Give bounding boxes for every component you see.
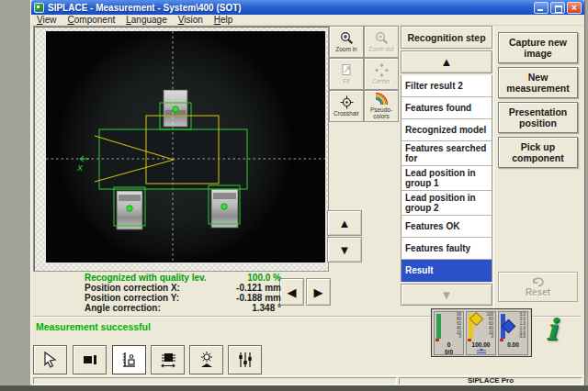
center-icon — [375, 63, 389, 77]
lighting-tool-button[interactable] — [189, 345, 223, 374]
list-item[interactable]: Recognized model — [401, 119, 492, 141]
list-item[interactable]: Lead position in group 1 — [401, 166, 492, 191]
correction-x-label: Position correction X: — [85, 283, 236, 293]
gauge-sub-value: 0/0 — [435, 349, 463, 355]
new-measurement-button[interactable]: New measurement — [498, 67, 578, 98]
gauge-count: 9980 6040 200 0 0/0 — [434, 311, 464, 355]
app-icon — [34, 3, 44, 13]
statusbar-product-label: SIPLACE Pro — [399, 377, 582, 385]
list-item[interactable]: Features faulty — [401, 238, 492, 260]
balance-icon — [467, 349, 495, 355]
menu-help[interactable]: Help — [209, 15, 239, 25]
zoom-out-icon — [375, 31, 389, 45]
quality-value: 100.0 % — [247, 273, 281, 283]
desktop-edge — [0, 385, 588, 391]
crosshair-button[interactable]: Crosshair — [329, 90, 364, 122]
pseudo-colors-button[interactable]: Pseudo-colors — [364, 90, 399, 122]
scroll-up-button[interactable]: ▲ — [327, 210, 362, 236]
sliders-icon — [236, 351, 254, 369]
measurement-tool-button[interactable] — [112, 345, 146, 374]
rainbow-icon — [374, 93, 389, 106]
angle-correction-value: 1.348 ° — [252, 303, 281, 313]
lighting-icon — [198, 351, 216, 369]
process-gauges: 9980 6040 200 0 0/0 10080 6040 200 100.0… — [431, 308, 532, 357]
step-previous-button[interactable]: ◀ — [279, 278, 304, 306]
list-item[interactable]: Filter result 2 — [401, 75, 492, 97]
list-scroll-down-button[interactable]: ▼ — [401, 284, 492, 306]
zoom-in-icon — [340, 31, 354, 45]
measurement-results: Recognized with quality lev. 100.0 % Pos… — [85, 273, 281, 313]
app-window: SIPLACE - Measurement - System\400 (SOT)… — [30, 0, 585, 385]
list-item[interactable]: Lead position in group 2 — [401, 191, 492, 216]
x-axis-label: X — [76, 163, 84, 173]
left-arrow-icon: ◀ — [288, 285, 297, 299]
window-title: SIPLACE - Measurement - System\400 (SOT) — [48, 3, 534, 13]
list-item-selected[interactable]: Result — [401, 260, 492, 282]
gauge-bar-green — [436, 314, 441, 339]
right-arrow-icon: ▶ — [314, 285, 323, 299]
status-message: Measurement successful — [36, 321, 151, 332]
recognition-step-list: Filter result 2 Features found Recognize… — [401, 75, 492, 282]
up-arrow-icon: ▲ — [339, 217, 351, 230]
quality-label: Recognized with quality lev. — [85, 273, 247, 283]
crosshair-icon — [340, 95, 354, 109]
list-scroll-up-button[interactable]: ▲ — [401, 50, 492, 73]
angle-correction-label: Angle correction: — [85, 303, 252, 313]
list-item[interactable]: Features searched for — [401, 141, 492, 166]
chip-dimension-icon — [159, 351, 177, 369]
menu-component[interactable]: Component — [62, 15, 121, 25]
correction-y-label: Position correction Y: — [85, 293, 236, 303]
pointer-tool-button[interactable] — [33, 345, 67, 374]
pick-up-component-button[interactable]: Pick up component — [498, 137, 578, 168]
restore-button[interactable] — [550, 2, 565, 14]
recognition-step-header: Recognition step — [401, 26, 492, 49]
presentation-position-button[interactable]: Presentation position — [498, 102, 578, 133]
up-arrow-icon: ▲ — [441, 55, 453, 69]
undo-icon — [531, 277, 546, 287]
gauge-angle: 5.03.0 1.0-1.0 -3.0-5.0 0.00 — [498, 311, 528, 355]
zoom-out-button[interactable]: Zoom out — [364, 26, 399, 58]
menu-language[interactable]: Language — [120, 15, 173, 25]
center-button[interactable]: Center — [364, 58, 399, 90]
capture-new-image-button[interactable]: Capture new image — [498, 32, 578, 63]
camera-image[interactable]: X — [46, 31, 325, 263]
zoom-in-button[interactable]: Zoom in — [329, 26, 364, 58]
minimize-button[interactable] — [534, 2, 548, 14]
correction-y-value: -0.188 mm — [236, 293, 281, 303]
fit-button[interactable]: Fit — [329, 58, 364, 90]
down-arrow-icon: ▼ — [441, 288, 453, 302]
component-view-tool-button[interactable] — [73, 345, 107, 374]
down-arrow-icon: ▼ — [339, 243, 351, 257]
scroll-down-button[interactable]: ▼ — [327, 237, 362, 263]
cursor-icon — [41, 351, 60, 369]
status-bar: SIPLACE Pro — [31, 375, 584, 385]
fit-icon — [340, 63, 354, 77]
list-item[interactable]: Features OK — [401, 216, 492, 238]
title-bar: SIPLACE - Measurement - System\400 (SOT)… — [31, 0, 584, 15]
gauge-value: 0 — [435, 341, 463, 348]
step-next-button[interactable]: ▶ — [306, 278, 331, 306]
list-item[interactable]: Features found — [401, 97, 492, 119]
menu-bar: View Component Language Vision Help — [31, 15, 584, 26]
lead-measure-tool-button[interactable] — [151, 345, 185, 374]
gauge-quality: 10080 6040 200 100.00 — [466, 311, 496, 355]
info-icon[interactable]: i — [546, 312, 573, 347]
menu-vision[interactable]: Vision — [173, 15, 209, 25]
camera-viewport: X — [33, 26, 329, 272]
panel-divider — [493, 26, 494, 310]
ruler-measure-icon — [120, 351, 139, 369]
gauge-value: 0.00 — [499, 341, 527, 348]
close-button[interactable]: × — [567, 2, 582, 14]
statusbar-left-panel — [33, 377, 397, 385]
gauge-value: 100.00 — [467, 341, 495, 348]
close-icon: × — [568, 2, 581, 14]
reset-button[interactable]: Reset — [498, 272, 578, 302]
component-icon — [81, 351, 99, 369]
menu-view[interactable]: View — [31, 15, 62, 25]
correction-x-value: -0.121 mm — [236, 283, 281, 293]
settings-sliders-tool-button[interactable] — [228, 345, 262, 374]
